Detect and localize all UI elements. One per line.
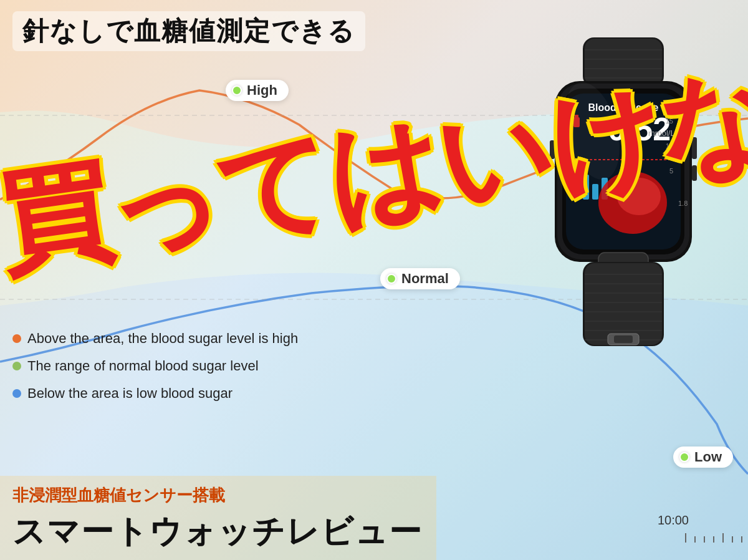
low-label-text: Low — [694, 449, 722, 465]
high-dot — [232, 85, 242, 95]
label-high: High — [226, 80, 289, 101]
time-label: 10:00 — [658, 513, 689, 528]
normal-label-text: Normal — [401, 271, 449, 287]
high-label-text: High — [247, 82, 277, 99]
info-line-low-text: Below the area is low blood sugar — [27, 385, 233, 402]
label-normal: Normal — [380, 268, 460, 289]
bottom-subtitle: 非浸潤型血糖値センサー搭載 — [12, 485, 424, 506]
svg-rect-50 — [614, 336, 633, 343]
info-line-low: Below the area is low blood sugar — [12, 385, 298, 402]
info-line-high-text: Above the area, the blood sugar level is… — [27, 331, 298, 347]
info-lines-container: Above the area, the blood sugar level is… — [12, 331, 298, 402]
normal-color-dot — [12, 362, 21, 370]
svg-text:1.8: 1.8 — [678, 200, 688, 207]
label-low: Low — [673, 447, 733, 468]
bottom-section: 非浸潤型血糖値センサー搭載 スマートウォッチレビュー — [0, 476, 436, 560]
bottom-title-big: スマートウォッチレビュー — [12, 510, 424, 554]
info-line-high: Above the area, the blood sugar level is… — [12, 331, 298, 347]
low-color-dot — [12, 389, 21, 398]
info-line-normal: The range of normal blood sugar level — [12, 358, 298, 374]
svg-rect-40 — [585, 263, 662, 345]
info-line-normal-text: The range of normal blood sugar level — [27, 358, 259, 374]
top-title: 針なしで血糖値測定できる — [12, 11, 365, 51]
normal-dot — [386, 274, 396, 284]
high-color-dot — [12, 334, 21, 343]
low-dot — [679, 452, 689, 462]
